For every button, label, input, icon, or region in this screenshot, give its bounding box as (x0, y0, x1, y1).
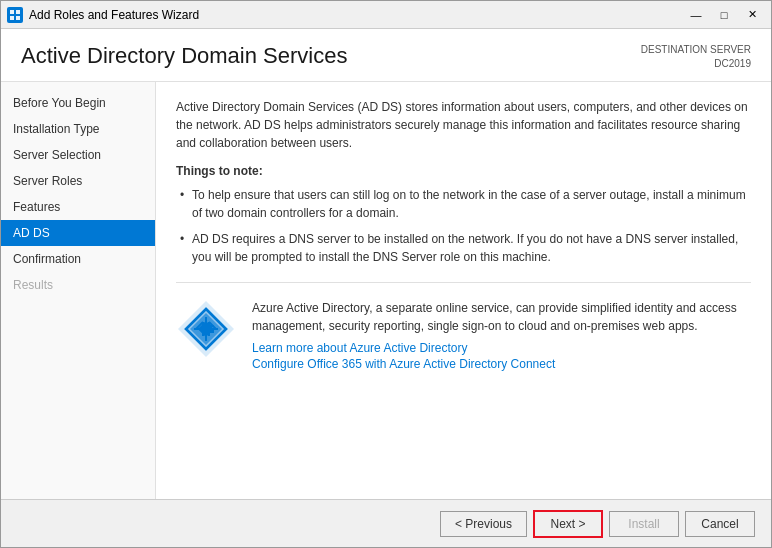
previous-button[interactable]: < Previous (440, 511, 527, 537)
svg-rect-1 (16, 10, 20, 14)
sidebar-item-installation-type[interactable]: Installation Type (1, 116, 155, 142)
svg-rect-0 (10, 10, 14, 14)
destination-value: DC2019 (641, 57, 751, 71)
azure-section: Azure Active Directory, a separate onlin… (176, 282, 751, 373)
next-button[interactable]: Next > (533, 510, 603, 538)
content-area: Active Directory Domain Services DESTINA… (1, 29, 771, 499)
sidebar-item-server-selection[interactable]: Server Selection (1, 142, 155, 168)
wizard-window: Add Roles and Features Wizard — □ ✕ Acti… (0, 0, 772, 548)
window-title: Add Roles and Features Wizard (29, 8, 683, 22)
title-bar: Add Roles and Features Wizard — □ ✕ (1, 1, 771, 29)
bullet-item-2: AD DS requires a DNS server to be instal… (176, 230, 751, 266)
minimize-button[interactable]: — (683, 5, 709, 25)
svg-rect-3 (16, 16, 20, 20)
azure-link-1[interactable]: Learn more about Azure Active Directory (252, 341, 751, 355)
azure-text-area: Azure Active Directory, a separate onlin… (252, 299, 751, 373)
app-icon (7, 7, 23, 23)
sidebar-item-before-you-begin[interactable]: Before You Begin (1, 90, 155, 116)
sidebar-item-server-roles[interactable]: Server Roles (1, 168, 155, 194)
main-area: Before You Begin Installation Type Serve… (1, 82, 771, 499)
azure-description: Azure Active Directory, a separate onlin… (252, 299, 751, 335)
destination-label: DESTINATION SERVER (641, 43, 751, 57)
bullet-item-1: To help ensure that users can still log … (176, 186, 751, 222)
wizard-footer: < Previous Next > Install Cancel (1, 499, 771, 547)
cancel-button[interactable]: Cancel (685, 511, 755, 537)
content-panel: Active Directory Domain Services (AD DS)… (156, 82, 771, 499)
azure-ad-icon (176, 299, 236, 359)
sidebar-item-ad-ds[interactable]: AD DS (1, 220, 155, 246)
svg-rect-2 (10, 16, 14, 20)
sidebar-item-confirmation[interactable]: Confirmation (1, 246, 155, 272)
sidebar-item-results: Results (1, 272, 155, 298)
page-title: Active Directory Domain Services (21, 43, 347, 69)
bullet-list: To help ensure that users can still log … (176, 186, 751, 266)
sidebar-item-features[interactable]: Features (1, 194, 155, 220)
description-text: Active Directory Domain Services (AD DS)… (176, 98, 751, 152)
sidebar: Before You Begin Installation Type Serve… (1, 82, 156, 499)
window-controls: — □ ✕ (683, 5, 765, 25)
destination-server-info: DESTINATION SERVER DC2019 (641, 43, 751, 71)
close-button[interactable]: ✕ (739, 5, 765, 25)
things-to-note-heading: Things to note: (176, 164, 751, 178)
azure-link-2[interactable]: Configure Office 365 with Azure Active D… (252, 357, 751, 371)
page-header: Active Directory Domain Services DESTINA… (1, 29, 771, 82)
maximize-button[interactable]: □ (711, 5, 737, 25)
install-button[interactable]: Install (609, 511, 679, 537)
